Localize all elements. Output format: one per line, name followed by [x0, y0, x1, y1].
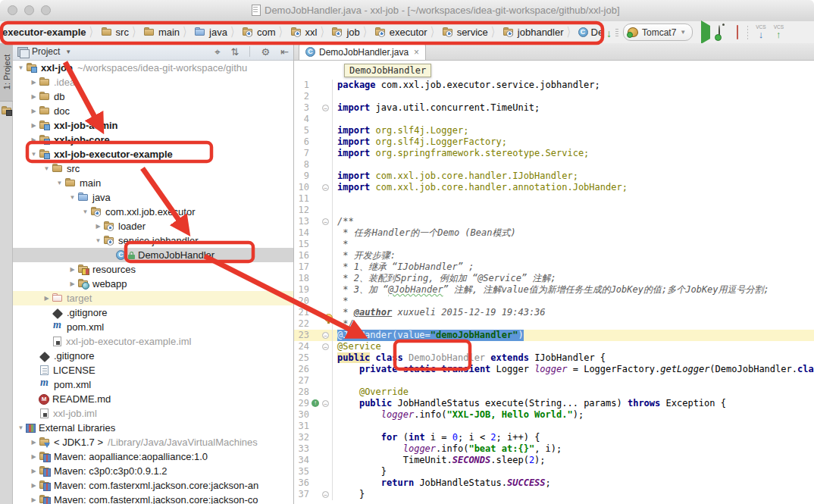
breadcrumb-item[interactable]: executor — [374, 27, 427, 38]
zoom-window-button[interactable] — [41, 5, 51, 15]
fold-marker-icon[interactable]: – — [322, 400, 329, 407]
code-line[interactable]: 22 */ — [294, 318, 814, 330]
tree-row[interactable]: ▶< JDK1.7 >/Library/Java/JavaVirtualMach… — [13, 435, 293, 449]
editor-tab[interactable]: DemoJobHandler.java × — [299, 43, 426, 60]
breadcrumb-item[interactable]: executor-example — [2, 27, 86, 38]
tree-row[interactable]: ▼xxl-job-executor-example — [13, 147, 293, 161]
code-line[interactable]: 31 — [294, 421, 814, 432]
code-line[interactable]: 9import com.xxl.job.core.handler.IJobHan… — [294, 171, 814, 182]
tree-row[interactable]: pom.xml — [13, 320, 293, 334]
code-line[interactable]: 28 @Override — [294, 387, 814, 398]
tree-row[interactable]: ▼com.xxl.job.executor — [13, 205, 293, 219]
minimize-window-button[interactable] — [24, 5, 34, 15]
override-method-icon[interactable]: ↑ — [312, 399, 319, 407]
code-line[interactable]: 29↑– public JobHandleStatus execute(Stri… — [294, 398, 814, 409]
tree-expand-open-icon[interactable]: ▼ — [42, 165, 52, 172]
tree-row[interactable]: ▼src — [13, 161, 293, 176]
split-panel-icon[interactable]: ⇅ — [231, 47, 240, 57]
gear-icon[interactable]: ⚙ — [261, 47, 270, 57]
code-line[interactable]: 27 — [294, 375, 814, 387]
tree-row[interactable]: ▼service.jobhandler — [13, 233, 293, 248]
code-line[interactable]: 19 * 3、加 “@JobHander” 注解, 注解value值为新增任务生… — [294, 284, 814, 296]
tree-row[interactable]: ▶Maven: aopalliance:aopalliance:1.0 — [13, 449, 293, 464]
breadcrumb-item[interactable]: job — [331, 27, 359, 38]
project-tool-icon[interactable] — [1, 105, 13, 117]
code-line[interactable]: 11 — [294, 193, 814, 205]
tree-expand-open-icon[interactable]: ▼ — [67, 194, 77, 201]
code-lines[interactable]: 1package com.xxl.job.executor.service.jo… — [294, 61, 814, 500]
fold-marker-icon[interactable]: – — [322, 105, 329, 111]
tree-row[interactable]: ▼xxl-job~/workspaces/idea-git-workspace/… — [13, 61, 293, 75]
fold-marker-icon[interactable]: – — [322, 343, 329, 350]
tree-row[interactable]: ▶xxl-job-core — [13, 133, 293, 147]
close-window-button[interactable] — [8, 5, 17, 15]
breadcrumb-item[interactable]: DemoJobHandler — [578, 27, 601, 38]
tree-expand-closed-icon[interactable]: ▶ — [42, 295, 52, 302]
tree-row[interactable]: ▶Maven: c3p0:c3p0:0.9.1.2 — [13, 464, 293, 478]
code-line[interactable]: 35 } — [294, 466, 814, 477]
tree-expand-open-icon[interactable]: ▼ — [16, 64, 26, 71]
tree-expand-open-icon[interactable]: ▼ — [93, 237, 103, 244]
tree-row[interactable]: LICENSE — [13, 363, 293, 377]
chevron-down-icon[interactable]: ▼ — [65, 49, 71, 55]
collapse-panel-icon[interactable]: ⇤ — [280, 47, 289, 57]
code-line[interactable]: 26 private static transient Logger logge… — [294, 364, 814, 375]
code-line[interactable]: 5import org.slf4j.Logger; — [294, 125, 814, 136]
code-line[interactable]: 6import org.slf4j.LoggerFactory; — [294, 136, 814, 148]
code-line[interactable]: 33 logger.info("beat at:{}", i); — [294, 443, 814, 455]
code-line[interactable]: 25public class DemoJobHandler extends IJ… — [294, 352, 814, 364]
vcs-update-button[interactable]: VCS↓ — [756, 25, 765, 39]
fold-marker-icon[interactable]: – — [322, 491, 329, 498]
breadcrumb-item[interactable]: xxl — [290, 27, 318, 38]
project-tool-window-tab[interactable]: 1: Project — [0, 43, 13, 102]
tree-row[interactable]: ▶doc — [13, 104, 293, 118]
code-line[interactable]: 14 * 任务Handler的一个Demo (Bean模式) — [294, 227, 814, 239]
tree-expand-closed-icon[interactable]: ▶ — [29, 79, 39, 86]
tree-expand-closed-icon[interactable]: ▶ — [29, 108, 39, 114]
fold-marker-icon[interactable]: – — [322, 218, 329, 225]
code-line[interactable]: 16 * 开发步骤: — [294, 250, 814, 261]
breadcrumb-item[interactable]: service — [442, 27, 488, 38]
code-line[interactable]: 21 * @author xuxueli 2015-12-19 19:43:36 — [294, 307, 814, 318]
code-line[interactable]: 1package com.xxl.job.executor.service.jo… — [294, 80, 814, 91]
tree-expand-closed-icon[interactable]: ▶ — [29, 93, 39, 100]
code-line[interactable]: 36 return JobHandleStatus.SUCCESS; — [294, 477, 814, 489]
tree-expand-closed-icon[interactable]: ▶ — [67, 266, 77, 273]
fold-marker-icon[interactable]: – — [322, 184, 329, 191]
code-line[interactable]: 37– } — [294, 489, 814, 500]
tree-row[interactable]: ▶webapp — [13, 277, 293, 291]
project-panel-title[interactable]: Project — [32, 46, 60, 57]
tree-row[interactable]: DemoJobHandler — [13, 248, 293, 262]
code-line[interactable]: 10–import com.xxl.job.core.handler.annot… — [294, 182, 814, 193]
tree-row[interactable]: ▶Maven: com.fasterxml.jackson.core:jacks… — [13, 478, 293, 493]
tree-expand-closed-icon[interactable]: ▶ — [29, 439, 39, 446]
stop-button[interactable] — [737, 26, 738, 39]
code-line[interactable]: 8 — [294, 159, 814, 171]
tree-expand-closed-icon[interactable]: ▶ — [29, 136, 39, 143]
code-line[interactable]: 34 TimeUnit.SECONDS.sleep(2); — [294, 455, 814, 466]
code-line[interactable]: 24–@Service — [294, 341, 814, 352]
vcs-commit-button[interactable]: VCS↑ — [774, 25, 784, 39]
tree-row[interactable]: ▶.idea — [13, 75, 293, 89]
code-line[interactable]: 15 * — [294, 239, 814, 250]
code-line[interactable]: 3–import java.util.concurrent.TimeUnit; — [294, 102, 814, 114]
breadcrumb-item[interactable]: com — [242, 27, 276, 38]
tree-expand-closed-icon[interactable]: ▶ — [29, 122, 39, 129]
tree-row[interactable]: ▶resources — [13, 262, 293, 277]
breadcrumb-item[interactable]: src — [101, 27, 129, 38]
code-line[interactable]: 20 * — [294, 296, 814, 307]
tree-row[interactable]: pom.xml — [13, 377, 293, 392]
run-configuration-select[interactable]: Tomcat7 ▼ — [623, 23, 693, 41]
tree-row[interactable]: ▼main — [13, 176, 293, 190]
tree-expand-closed-icon[interactable]: ▶ — [29, 482, 39, 489]
tree-row[interactable]: ▶db — [13, 89, 293, 104]
tree-expand-closed-icon[interactable]: ▶ — [29, 496, 39, 503]
tree-row[interactable]: xxl-job.iml — [13, 406, 293, 421]
code-line[interactable]: 23–@JobHander(value="demoJobHandler") — [294, 330, 814, 341]
code-line[interactable]: 30 logger.info("XXL-JOB, Hello World."); — [294, 409, 814, 421]
tree-expand-closed-icon[interactable]: ▶ — [29, 453, 39, 460]
tree-row[interactable]: ▶loader — [13, 219, 293, 233]
code-line[interactable]: 13–/** — [294, 216, 814, 227]
tree-row[interactable]: ▼External Libraries — [13, 421, 293, 435]
tree-expand-open-icon[interactable]: ▼ — [55, 180, 64, 186]
